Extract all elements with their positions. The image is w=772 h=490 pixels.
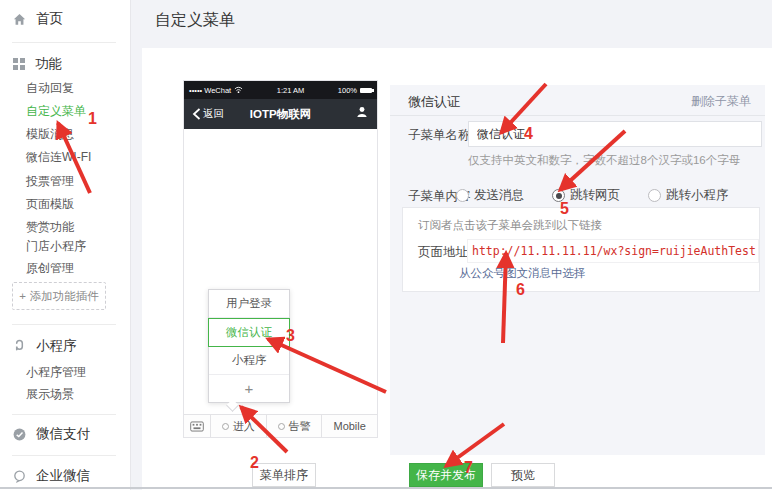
panel-title: 微信认证 [408,93,460,111]
page-url-value: http://11.11.11.11/wx?sign=ruijieAuthTes… [472,244,756,258]
radio-send-message-label: 发送消息 [474,187,524,204]
page-title: 自定义菜单 [155,10,235,31]
submenu-settings-panel: 微信认证 删除子菜单 子菜单名称 仅支持中英文和数字，字数不超过8个汉字或16个… [390,85,765,455]
sidebar-item-custom-menu[interactable]: 自定义菜单 [26,103,86,119]
carrier-label: ••••• WeChat [189,86,231,95]
main-content: ••••• WeChat 1:21 AM 100% IOTP物联网 返回 用户登… [142,48,772,490]
radio-send-message[interactable]: 发送消息 [456,187,524,204]
keyboard-toggle[interactable] [184,415,211,437]
sidebar-item-home[interactable]: 首页 [12,9,63,29]
submenu-indicator-icon [278,423,285,430]
add-submenu-button[interactable]: + [209,375,289,402]
sidebar-divider [12,324,116,325]
preview-button[interactable]: 预览 [491,463,555,487]
menu-tab-mobile[interactable]: Mobile [322,415,377,437]
submenu-name-label: 子菜单名称 [408,127,471,144]
submenu-name-input[interactable] [468,121,762,147]
menu-tab-enter-label: 进入 [233,419,255,434]
profile-icon [355,105,369,123]
menu-tab-enter[interactable]: 进入 [211,415,267,437]
sidebar-item-page-template[interactable]: 页面模版 [26,196,74,212]
radio-jump-webpage-label: 跳转网页 [570,187,620,204]
phone-preview: ••••• WeChat 1:21 AM 100% IOTP物联网 返回 用户登… [183,80,378,438]
sidebar-item-reward[interactable]: 赞赏功能 [26,219,74,235]
grid-icon [12,57,26,71]
sidebar-item-wechat-wifi[interactable]: 微信连WI-FI [26,149,91,165]
sidebar-section-functions[interactable]: 功能 [12,54,62,74]
home-icon [12,12,27,27]
keyboard-icon [190,421,204,432]
sidebar-section-functions-label: 功能 [35,55,62,73]
clock-label: 1:21 AM [277,86,305,95]
battery-icon [360,88,372,93]
wechat-pay-icon [12,427,27,442]
choose-from-articles-link[interactable]: 从公众号图文消息中选择 [459,266,586,281]
sidebar-item-vote-manage[interactable]: 投票管理 [26,173,74,189]
sidebar-item-wechat-pay[interactable]: 微信支付 [12,424,90,444]
link-settings-box: 订阅者点击该子菜单会跳到以下链接 页面地址 http://11.11.11.11… [402,207,760,292]
radio-checked-icon [552,189,565,202]
enterprise-wechat-icon [12,469,27,484]
menu-tab-alarm-label: 告警 [289,419,311,434]
link-box-note: 订阅者点击该子菜单会跳到以下链接 [418,218,602,233]
menu-tab-mobile-label: Mobile [333,420,365,432]
delete-submenu-link[interactable]: 删除子菜单 [691,93,751,110]
sidebar-item-miniprogram-manage[interactable]: 小程序管理 [26,364,86,380]
menu-sort-button[interactable]: 菜单排序 [252,463,316,487]
add-plugin-label: 添加功能插件 [30,289,99,304]
window-bottom-edge [0,487,772,489]
plus-icon: + [19,290,26,302]
sidebar: 首页 功能 自动回复 自定义菜单 模版消息 微信连WI-FI 投票管理 页面模版… [0,0,131,490]
submenu-name-hint: 仅支持中英文和数字，字数不超过8个汉字或16个字母 [468,153,740,168]
phone-nav-bar: IOTP物联网 返回 [184,99,377,129]
page-url-label: 页面地址 [418,244,468,261]
sidebar-item-original-manage[interactable]: 原创管理 [26,260,74,276]
sidebar-item-home-label: 首页 [36,10,63,28]
submenu-popup: 用户登录 微信认证 小程序 + [208,289,290,403]
account-title: IOTP物联网 [184,107,377,122]
sidebar-section-miniprogram-label: 小程序 [36,337,77,355]
radio-jump-miniprogram[interactable]: 跳转小程序 [648,187,729,204]
submenu-item-user-login[interactable]: 用户登录 [209,290,289,318]
sidebar-item-display-scene[interactable]: 展示场景 [26,386,74,402]
radio-jump-webpage[interactable]: 跳转网页 [552,187,620,204]
sidebar-item-enterprise-wechat-label: 企业微信 [36,467,90,485]
sidebar-item-wechat-pay-label: 微信支付 [36,425,90,443]
sidebar-item-store-miniprogram[interactable]: 门店小程序 [26,238,86,254]
sidebar-section-miniprogram[interactable]: 小程序 [12,336,77,356]
content-type-radio-group: 发送消息 跳转网页 跳转小程序 [456,187,729,204]
panel-header: 微信认证 删除子菜单 [390,85,765,116]
radio-icon [648,189,661,202]
sidebar-item-enterprise-wechat[interactable]: 企业微信 [12,466,90,486]
radio-icon [456,189,469,202]
phone-status-bar: ••••• WeChat 1:21 AM 100% [184,81,377,99]
sidebar-item-template-message[interactable]: 模版消息 [26,126,74,142]
sidebar-divider [12,414,116,415]
sidebar-item-auto-reply[interactable]: 自动回复 [26,80,74,96]
battery-label: 100% [338,86,357,95]
save-publish-button[interactable]: 保存并发布 [409,463,483,487]
miniprogram-icon [12,339,27,354]
radio-jump-miniprogram-label: 跳转小程序 [666,187,729,204]
sidebar-divider [12,455,116,456]
submenu-item-wechat-auth[interactable]: 微信认证 [208,318,290,347]
wifi-icon [234,86,243,94]
phone-menu-bar: 进入 告警 Mobile [184,414,377,437]
sidebar-divider [12,42,116,43]
menu-tab-alarm[interactable]: 告警 [267,415,323,437]
submenu-item-miniprogram[interactable]: 小程序 [209,347,289,375]
submenu-indicator-icon [222,423,229,430]
page-url-input[interactable]: http://11.11.11.11/wx?sign=ruijieAuthTes… [467,239,759,263]
add-plugin-button[interactable]: + 添加功能插件 [12,282,106,310]
